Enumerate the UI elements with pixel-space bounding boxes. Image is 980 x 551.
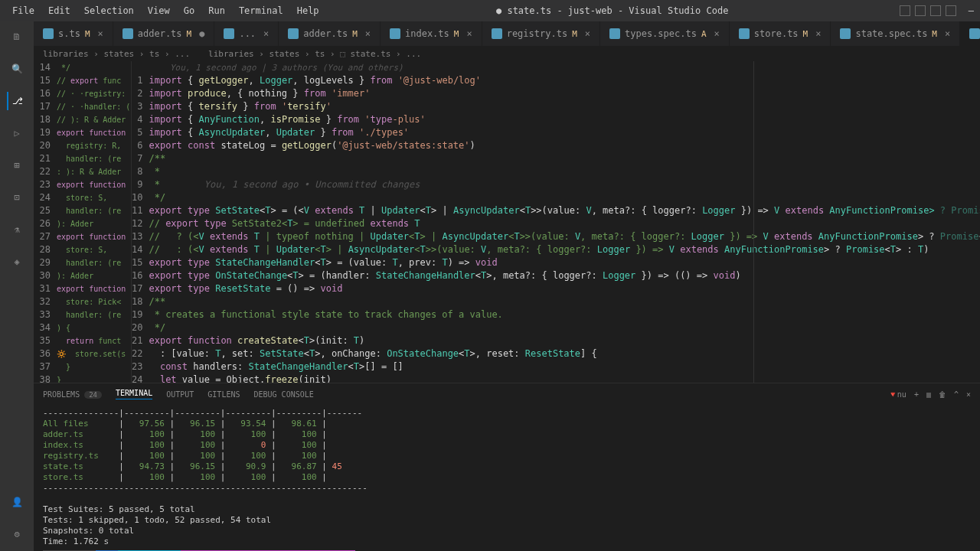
panel-tab-output[interactable]: OUTPUT — [166, 390, 194, 399]
tab-types-spec-ts[interactable]: types.spec.ts A× — [600, 21, 730, 46]
tab-index-ts[interactable]: index.ts M× — [381, 21, 482, 46]
activity-bar: 🗎 🔍 ⎇ ▷ ⊞ ⊡ ⚗ ◈ 👤 ⚙ — [0, 21, 34, 551]
line-numbers-left: 1415161718192021222324252627282930313233… — [34, 61, 57, 383]
tab-registry-ts[interactable]: registry.ts M× — [482, 21, 600, 46]
editor-area: 1415161718192021222324252627282930313233… — [34, 61, 980, 383]
panel-tabs: PROBLEMS 24TERMINALOUTPUTGITLENSDEBUG CO… — [34, 383, 980, 405]
scm-icon[interactable]: ⎇ — [7, 92, 25, 110]
panel-tab-terminal[interactable]: TERMINAL — [116, 389, 152, 399]
test-snapshots: Snapshots: 0 total — [43, 526, 971, 536]
close-panel-icon[interactable]: × — [966, 390, 971, 399]
breadcrumb[interactable]: libraries › states › ts › ... libraries … — [34, 46, 980, 61]
minimap[interactable] — [934, 61, 980, 383]
window-title: ● state.ts - just-web - Visual Studio Co… — [325, 5, 900, 16]
panel-tab-debug-console[interactable]: DEBUG CONSOLE — [253, 390, 313, 399]
tab-store-ts[interactable]: store.ts M× — [730, 21, 831, 46]
line-numbers-right: 1234567891011121314151617181920212223242… — [132, 74, 149, 383]
settings-icon[interactable]: ⚙ — [8, 525, 26, 543]
menubar: FileEditSelectionViewGoRunTerminalHelp — [6, 2, 325, 19]
editor-pane-left[interactable]: 1415161718192021222324252627282930313233… — [34, 61, 132, 383]
menu-selection[interactable]: Selection — [78, 2, 140, 19]
tab-s-ts[interactable]: s.ts M× — [34, 21, 113, 46]
ts-icon — [224, 28, 234, 39]
editor-pane-right[interactable]: You, 1 second ago | 3 authors (You and o… — [132, 61, 980, 383]
test-icon[interactable]: ⚗ — [8, 220, 26, 239]
extensions-icon[interactable]: ⊞ — [8, 156, 26, 174]
gitlens-icon[interactable]: ◈ — [8, 253, 26, 271]
panel-tab-problems[interactable]: PROBLEMS 24 — [43, 390, 102, 399]
ts-icon — [840, 28, 851, 39]
test-time: Time: 1.762 s — [43, 536, 971, 547]
ts-icon — [43, 28, 54, 39]
tab-state-ts[interactable]: state.ts M● — [960, 21, 980, 46]
ts-icon — [122, 28, 133, 39]
tab-adder-ts[interactable]: adder.ts M● — [113, 21, 215, 46]
account-icon[interactable]: 👤 — [8, 493, 26, 511]
close-icon[interactable]: × — [815, 28, 821, 39]
search-icon[interactable]: 🔍 — [8, 60, 26, 78]
code-left[interactable]: */// export func// · ·registry:// · ·han… — [57, 61, 130, 383]
menu-go[interactable]: Go — [178, 2, 201, 19]
ts-icon — [609, 28, 620, 39]
panel-tab-gitlens[interactable]: GITLENS — [207, 390, 240, 399]
titlebar: FileEditSelectionViewGoRunTerminalHelp ●… — [0, 0, 980, 21]
bottom-panel: PROBLEMS 24TERMINALOUTPUTGITLENSDEBUG CO… — [34, 383, 980, 551]
coverage-table: ---------------|---------|---------|----… — [43, 408, 971, 483]
maximize-icon[interactable]: ^ — [954, 390, 959, 399]
explorer-icon[interactable]: 🗎 — [8, 28, 26, 46]
menu-help[interactable]: Help — [291, 2, 325, 19]
menu-edit[interactable]: Edit — [42, 2, 77, 19]
layout-controls[interactable]: — — [900, 5, 974, 16]
test-suites: Test Suites: 5 passed, 5 total — [43, 504, 971, 515]
trash-icon[interactable]: 🗑 — [939, 390, 946, 399]
tab-adder-ts[interactable]: adder.ts M× — [279, 21, 381, 46]
ts-icon — [288, 28, 299, 39]
minimize-icon[interactable]: — — [969, 5, 974, 16]
tab-state-spec-ts[interactable]: state.spec.ts M× — [831, 21, 960, 46]
close-icon[interactable]: × — [263, 28, 269, 39]
filter-icon[interactable]: 🔻nu — [888, 390, 906, 399]
menu-file[interactable]: File — [6, 2, 41, 19]
terminal[interactable]: ---------------|---------|---------|----… — [34, 405, 980, 551]
close-icon[interactable]: × — [466, 28, 472, 39]
close-icon[interactable]: × — [714, 28, 720, 39]
menu-view[interactable]: View — [142, 2, 176, 19]
menu-terminal[interactable]: Terminal — [233, 2, 289, 19]
code-right[interactable]: import { getLogger, Logger, logLevels } … — [149, 74, 980, 383]
split-icon[interactable]: ▥ — [926, 390, 931, 399]
tab----[interactable]: ...× — [214, 21, 279, 46]
test-tests: Tests: 1 skipped, 1 todo, 52 passed, 54 … — [43, 515, 971, 526]
remote-icon[interactable]: ⊡ — [8, 188, 26, 207]
codelens[interactable]: You, 1 second ago | 3 authors (You and o… — [132, 61, 980, 74]
close-icon[interactable]: × — [365, 28, 371, 39]
ts-icon — [390, 28, 400, 39]
editor-tabs: s.ts M×adder.ts M●...×adder.ts M×index.t… — [34, 21, 980, 46]
ts-icon — [492, 28, 502, 39]
close-icon[interactable]: × — [585, 28, 590, 39]
debug-icon[interactable]: ▷ — [8, 124, 26, 142]
ts-icon — [969, 28, 980, 39]
menu-run[interactable]: Run — [202, 2, 231, 19]
add-terminal-icon[interactable]: + — [914, 390, 919, 399]
close-icon[interactable]: × — [98, 28, 103, 39]
ts-icon — [739, 28, 750, 39]
close-icon[interactable]: × — [945, 28, 950, 39]
